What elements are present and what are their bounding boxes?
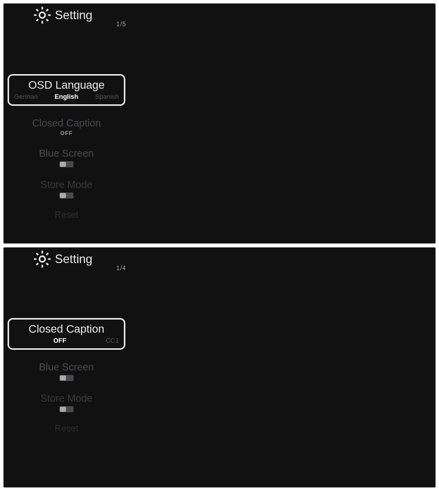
header: Setting <box>32 5 93 26</box>
menu-item-label: OSD Language <box>11 79 122 92</box>
svg-point-0 <box>39 12 45 18</box>
gear-icon <box>32 5 53 26</box>
menu-item-store-mode[interactable]: Store Mode <box>8 392 125 412</box>
menu-item-blue-screen[interactable]: Blue Screen <box>8 147 125 167</box>
toggle-knob <box>60 162 66 167</box>
cc-option-next[interactable]: CC1 <box>106 337 119 344</box>
menu-item-reset[interactable]: Reset <box>8 423 125 434</box>
lang-option-active[interactable]: English <box>55 93 79 100</box>
menu-item-label: Reset <box>8 423 125 434</box>
toggle-knob <box>60 407 66 412</box>
svg-point-1 <box>39 256 45 262</box>
header-title: Setting <box>55 8 93 22</box>
closed-caption-value: OFF <box>8 130 125 136</box>
menu-item-closed-caption[interactable]: Closed Caption OFF <box>8 117 125 136</box>
gear-icon <box>32 248 53 270</box>
language-options: German English Spanish <box>11 92 122 100</box>
settings-panel-2: Setting 1/4 Closed Caption OFF CC1 Blue … <box>3 247 436 488</box>
menu-item-closed-caption[interactable]: Closed Caption OFF CC1 <box>8 318 125 350</box>
page-counter: 1/5 <box>116 21 126 28</box>
menu-item-label: Store Mode <box>8 392 125 404</box>
blue-screen-toggle[interactable] <box>59 161 74 167</box>
lang-option-next[interactable]: Spanish <box>95 93 119 100</box>
menu-item-label: Reset <box>8 210 125 221</box>
menu-item-label: Closed Caption <box>11 323 122 336</box>
menu-item-osd-language[interactable]: OSD Language German English Spanish <box>8 74 125 106</box>
cc-option-active[interactable]: OFF <box>53 337 66 344</box>
store-mode-toggle[interactable] <box>59 193 74 199</box>
menu-item-blue-screen[interactable]: Blue Screen <box>8 361 125 381</box>
menu-item-label: Blue Screen <box>8 147 125 159</box>
menu-item-label: Store Mode <box>8 178 125 191</box>
settings-panel-1: Setting 1/5 OSD Language German English … <box>3 3 436 244</box>
menu-item-reset[interactable]: Reset <box>8 210 125 221</box>
menu-item-store-mode[interactable]: Store Mode <box>8 178 125 199</box>
blue-screen-toggle[interactable] <box>59 375 74 381</box>
toggle-knob <box>60 375 66 381</box>
settings-menu: Closed Caption OFF CC1 Blue Screen Store… <box>8 318 125 434</box>
header-title: Setting <box>55 252 93 266</box>
lang-option-prev[interactable]: German <box>14 93 38 100</box>
menu-item-label: Blue Screen <box>8 361 125 373</box>
header: Setting <box>32 248 93 270</box>
cc-options: OFF CC1 <box>11 336 122 344</box>
store-mode-toggle[interactable] <box>59 406 74 412</box>
settings-menu: OSD Language German English Spanish Clos… <box>8 74 125 221</box>
toggle-knob <box>60 193 66 198</box>
menu-item-label: Closed Caption <box>8 117 125 129</box>
page-counter: 1/4 <box>116 265 126 272</box>
